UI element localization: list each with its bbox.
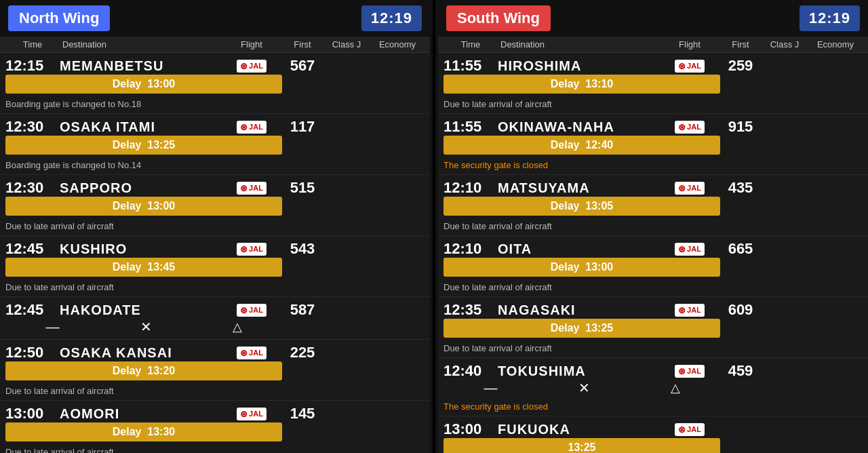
flight-number: 665 [720,240,761,258]
flight-note: Boarding gate is changed to No.18 [0,98,430,113]
flight-time: 11:55 [443,57,498,75]
north-wing-label: North Wing [8,5,110,31]
flight-dest: HAKODATE [60,302,221,318]
delay-badge: Delay 13:30 [5,422,282,441]
south-wing-label: South Wing [446,5,551,31]
flight-main: 11:55 HIROSHIMA ⊛JAL 259 Delay 13:10 [438,53,868,98]
col-flight: Flight [659,39,720,50]
jal-crane-icon: ⊛ [240,122,248,132]
flight-main: 12:15 MEMANBETSU ⊛JAL 567 Delay 13:00 [0,53,430,98]
flight-airline: ⊛JAL [659,304,720,317]
jal-logo: ⊛JAL [237,121,267,134]
flight-time: 12:30 [5,118,60,136]
flight-number: 609 [720,301,761,319]
flight-main: 12:50 OSAKA KANSAI ⊛JAL 225 Delay 13:20 [0,340,430,385]
flight-dest: OITA [498,241,659,257]
jal-logo: ⊛JAL [675,243,705,256]
jal-logo: ⊛JAL [237,347,267,359]
col-classj: Class J [323,39,370,50]
jal-crane-icon: ⊛ [240,348,248,358]
jal-logo: ⊛JAL [237,60,267,73]
triangle-icon: △ [233,319,242,334]
dash-icon: — [484,380,498,396]
flight-time: 13:00 [443,420,498,438]
flight-time: 13:00 [5,405,60,422]
col-time: Time [5,39,60,50]
flight-airline: ⊛JAL [659,182,720,195]
flight-note: Due to late arrival of aircraft [438,220,868,235]
flight-time: 11:55 [443,118,498,136]
jal-logo: ⊛JAL [675,60,705,73]
flight-dest: AOMORI [60,406,221,422]
flight-time: 12:45 [5,240,60,258]
flight-number: 567 [282,57,323,75]
north-wing-clock: 12:19 [361,5,422,31]
jal-crane-icon: ⊛ [678,244,686,254]
jal-crane-icon: ⊛ [678,305,686,315]
jal-crane-icon: ⊛ [678,183,686,193]
flight-time: 12:35 [443,301,498,319]
flight-dest: MEMANBETSU [60,58,221,74]
flight-time: 12:15 [5,57,60,75]
flight-airline: ⊛JAL [221,243,282,256]
flight-note: Due to late arrival of aircraft [0,385,430,400]
flight-main: 12:45 HAKODATE ⊛JAL 587 — ✕ △ [0,297,430,339]
flight-dest: FUKUOKA [498,422,659,437]
flight-time: 12:30 [5,179,60,197]
flight-dest: NAGASAKI [498,302,659,318]
north-wing-board: North Wing 12:19 Time Destination Flight… [0,0,430,453]
jal-crane-icon: ⊛ [240,61,248,71]
delay-badge: Delay 13:00 [5,75,282,94]
flight-airline: ⊛JAL [659,365,720,378]
col-dest: Destination [498,39,659,50]
jal-logo: ⊛JAL [675,304,705,317]
north-wing-header: North Wing 12:19 [0,0,430,37]
flight-row: 13:00 FUKUOKA ⊛JAL 13:25 Due to late arr… [438,416,868,453]
flight-main: 12:45 KUSHIRO ⊛JAL 543 Delay 13:45 [0,236,430,281]
flight-number: 543 [282,240,323,258]
flight-row: 11:55 HIROSHIMA ⊛JAL 259 Delay 13:10 Due… [438,53,868,114]
x-icon: ✕ [578,380,590,396]
flight-airline: ⊛JAL [221,182,282,195]
jal-crane-icon: ⊛ [240,244,248,254]
flight-number: 259 [720,57,761,75]
dash-icon: — [46,319,60,335]
delay-badge: Delay 12:40 [443,136,720,155]
flight-number: 459 [720,362,761,380]
flight-note-orange: The security gate is closed [438,400,868,416]
flight-time: 12:40 [443,362,498,380]
col-time: Time [443,39,498,50]
col-first: First [720,39,761,50]
flight-note: Due to late arrival of aircraft [0,281,430,296]
delay-badge: Delay 13:00 [443,258,720,277]
flight-dest: OKINAWA-NAHA [498,119,659,135]
south-wing-clock: 12:19 [800,5,860,31]
x-icon: ✕ [140,319,152,335]
flight-dest: MATSUYAMA [498,180,659,196]
flight-airline: ⊛JAL [659,423,720,436]
flight-row: 11:55 OKINAWA-NAHA ⊛JAL 915 Delay 12:40 … [438,114,868,175]
flight-main: 12:35 NAGASAKI ⊛JAL 609 Delay 13:25 [438,297,868,342]
col-first: First [282,39,323,50]
jal-logo: ⊛JAL [675,365,705,378]
flight-main: 12:10 OITA ⊛JAL 665 Delay 13:00 [438,236,868,281]
flight-time: 12:50 [5,344,60,361]
flight-number: 435 [720,179,761,197]
delay-badge: Delay 13:25 [5,136,282,155]
col-flight: Flight [221,39,282,50]
flight-time: 12:45 [5,301,60,319]
delay-badge: Delay 13:00 [5,197,282,216]
flight-note: Due to late arrival of aircraft [438,342,868,357]
flight-dest: SAPPORO [60,180,221,196]
col-economy: Economy [808,39,863,50]
flight-airline: ⊛JAL [221,347,282,359]
jal-logo: ⊛JAL [237,182,267,195]
delay-badge: 13:25 [443,438,720,453]
col-dest: Destination [60,39,221,50]
delay-badge: Delay 13:25 [443,319,720,338]
delay-badge: Delay 13:20 [5,361,282,380]
south-wing-header: South Wing 12:19 [438,0,868,37]
flight-time: 12:10 [443,240,498,258]
flight-row: 12:50 OSAKA KANSAI ⊛JAL 225 Delay 13:20 … [0,340,430,401]
north-wing-columns: Time Destination Flight First Class J Ec… [0,37,430,53]
